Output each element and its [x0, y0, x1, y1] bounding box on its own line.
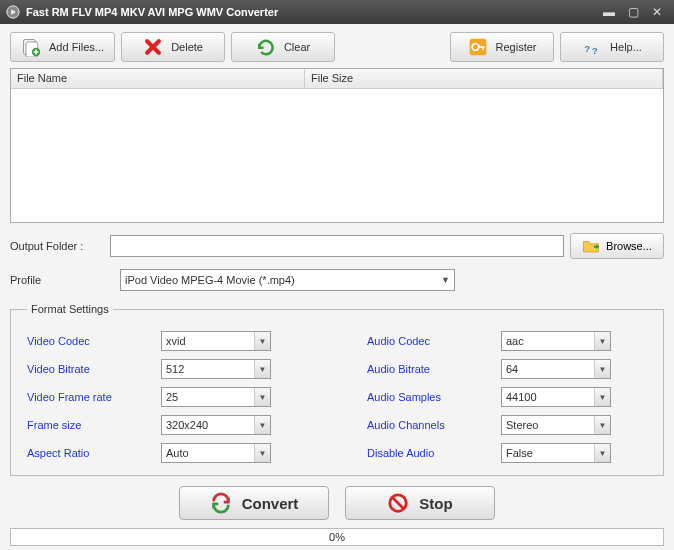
disable-audio-label: Disable Audio: [367, 447, 501, 459]
progress-text: 0%: [329, 531, 345, 543]
app-icon: [6, 5, 20, 19]
chevron-down-icon: ▼: [254, 444, 270, 462]
file-list-body[interactable]: [11, 89, 663, 222]
svg-text:?: ?: [585, 44, 591, 54]
format-settings-legend: Format Settings: [27, 303, 113, 315]
audio-samples-label: Audio Samples: [367, 391, 501, 403]
chevron-down-icon: ▼: [594, 360, 610, 378]
register-button[interactable]: Register: [450, 32, 554, 62]
audio-codec-label: Audio Codec: [367, 335, 501, 347]
chevron-down-icon: ▼: [594, 416, 610, 434]
convert-label: Convert: [242, 495, 299, 512]
close-button[interactable]: ✕: [646, 4, 668, 20]
add-files-icon: [21, 37, 41, 57]
video-codec-label: Video Codec: [27, 335, 161, 347]
chevron-down-icon: ▼: [594, 388, 610, 406]
aspect-ratio-select[interactable]: Auto▼: [161, 443, 271, 463]
convert-icon: [210, 492, 232, 514]
audio-bitrate-label: Audio Bitrate: [367, 363, 501, 375]
stop-button[interactable]: Stop: [345, 486, 495, 520]
help-button[interactable]: ?? Help...: [560, 32, 664, 62]
output-folder-input[interactable]: [110, 235, 564, 257]
format-settings-fieldset: Format Settings Video Codecxvid▼ Video B…: [10, 303, 664, 476]
delete-button[interactable]: Delete: [121, 32, 225, 62]
folder-icon: [582, 237, 600, 255]
minimize-button[interactable]: ▬: [598, 4, 620, 20]
add-files-label: Add Files...: [49, 41, 104, 53]
file-list[interactable]: File Name File Size: [10, 68, 664, 223]
profile-label: Profile: [10, 274, 120, 286]
register-label: Register: [496, 41, 537, 53]
toolbar: Add Files... Delete Clear Register ?? He: [10, 32, 664, 62]
chevron-down-icon: ▼: [254, 360, 270, 378]
help-label: Help...: [610, 41, 642, 53]
profile-value: iPod Video MPEG-4 Movie (*.mp4): [125, 274, 441, 286]
help-icon: ??: [582, 37, 602, 57]
convert-button[interactable]: Convert: [179, 486, 329, 520]
aspect-ratio-label: Aspect Ratio: [27, 447, 161, 459]
chevron-down-icon: ▼: [254, 416, 270, 434]
stop-label: Stop: [419, 495, 452, 512]
clear-icon: [256, 37, 276, 57]
chevron-down-icon: ▼: [441, 275, 450, 285]
file-list-header: File Name File Size: [11, 69, 663, 89]
clear-label: Clear: [284, 41, 310, 53]
col-filename[interactable]: File Name: [11, 69, 305, 88]
chevron-down-icon: ▼: [594, 444, 610, 462]
stop-icon: [387, 492, 409, 514]
chevron-down-icon: ▼: [254, 332, 270, 350]
video-bitrate-select[interactable]: 512▼: [161, 359, 271, 379]
audio-bitrate-select[interactable]: 64▼: [501, 359, 611, 379]
maximize-button[interactable]: ▢: [622, 4, 644, 20]
video-framerate-label: Video Frame rate: [27, 391, 161, 403]
frame-size-select[interactable]: 320x240▼: [161, 415, 271, 435]
disable-audio-select[interactable]: False▼: [501, 443, 611, 463]
audio-channels-select[interactable]: Stereo▼: [501, 415, 611, 435]
svg-text:?: ?: [592, 46, 598, 56]
titlebar: Fast RM FLV MP4 MKV AVI MPG WMV Converte…: [0, 0, 674, 24]
delete-label: Delete: [171, 41, 203, 53]
col-filesize[interactable]: File Size: [305, 69, 663, 88]
video-bitrate-label: Video Bitrate: [27, 363, 161, 375]
video-framerate-select[interactable]: 25▼: [161, 387, 271, 407]
video-codec-select[interactable]: xvid▼: [161, 331, 271, 351]
browse-label: Browse...: [606, 240, 652, 252]
browse-button[interactable]: Browse...: [570, 233, 664, 259]
output-folder-label: Output Folder :: [10, 240, 110, 252]
chevron-down-icon: ▼: [594, 332, 610, 350]
audio-channels-label: Audio Channels: [367, 419, 501, 431]
add-files-button[interactable]: Add Files...: [10, 32, 115, 62]
audio-codec-select[interactable]: aac▼: [501, 331, 611, 351]
chevron-down-icon: ▼: [254, 388, 270, 406]
profile-select[interactable]: iPod Video MPEG-4 Movie (*.mp4) ▼: [120, 269, 455, 291]
window-title: Fast RM FLV MP4 MKV AVI MPG WMV Converte…: [26, 6, 596, 18]
register-icon: [468, 37, 488, 57]
delete-icon: [143, 37, 163, 57]
audio-samples-select[interactable]: 44100▼: [501, 387, 611, 407]
frame-size-label: Frame size: [27, 419, 161, 431]
clear-button[interactable]: Clear: [231, 32, 335, 62]
progress-bar: 0%: [10, 528, 664, 546]
